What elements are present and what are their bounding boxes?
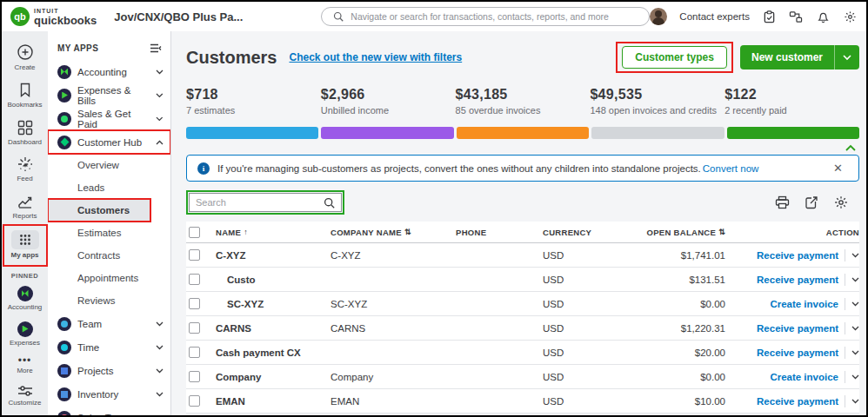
- new-customer-button[interactable]: New customer: [740, 45, 834, 70]
- customer-search[interactable]: [189, 193, 342, 212]
- table-row[interactable]: Company Company USD $0.00 Create invoice: [186, 365, 859, 389]
- new-view-link[interactable]: Check out the new view with filters: [289, 51, 462, 63]
- rail-item-my-apps[interactable]: My apps: [4, 226, 46, 265]
- sidebar-item-expenses-bills[interactable]: Expenses & Bills: [48, 83, 170, 107]
- contact-experts-link[interactable]: Contact experts: [679, 11, 750, 22]
- tasks-clipboard-icon[interactable]: [762, 10, 777, 24]
- convert-now-link[interactable]: Convert now: [703, 163, 759, 174]
- sidebar-item-inventory[interactable]: Inventory: [48, 382, 170, 406]
- sidebar-item-estimates[interactable]: Estimates: [48, 222, 170, 244]
- sidebar-item-contracts[interactable]: Contracts: [48, 244, 170, 267]
- quickbooks-logo[interactable]: qb INTUIT quickbooks: [10, 7, 97, 26]
- select-all-checkbox[interactable]: [189, 227, 200, 238]
- row-checkbox[interactable]: [189, 395, 200, 407]
- collapse-stats-chevron-icon[interactable]: [845, 144, 856, 151]
- row-checkbox[interactable]: [189, 298, 200, 309]
- bar-segment-unbilled[interactable]: [321, 127, 453, 139]
- search-icon: [324, 197, 335, 208]
- row-action-link[interactable]: Create invoice: [770, 372, 838, 382]
- page-title: Customers: [186, 48, 277, 68]
- rail-item-create[interactable]: Create: [4, 38, 46, 77]
- col-name[interactable]: NAME↑: [216, 228, 331, 237]
- sidebar-item-team[interactable]: Team: [48, 312, 170, 335]
- rail-item-dashboard[interactable]: Dashboard: [4, 115, 46, 152]
- sidebar-item-sales-get-paid[interactable]: Sales & Get Paid: [48, 107, 170, 130]
- row-action-chevron-icon[interactable]: [851, 399, 859, 404]
- rail-item-feed[interactable]: Feed: [4, 151, 46, 189]
- row-checkbox[interactable]: [189, 249, 200, 261]
- row-action-chevron-icon[interactable]: [851, 301, 859, 307]
- rail-pinned-accounting[interactable]: Accounting: [4, 281, 46, 317]
- stat-recently-paid[interactable]: $122 2 recently paid: [724, 87, 859, 116]
- sidebar-item-projects[interactable]: Projects: [48, 359, 170, 382]
- table-settings-gear-icon[interactable]: [833, 195, 849, 210]
- rail-pinned-expenses[interactable]: Expenses: [4, 317, 46, 353]
- pinned-label: PINNED: [11, 272, 38, 280]
- table-row[interactable]: C-XYZ C-XYZ USD $1,741.01 Receive paymen…: [186, 243, 859, 268]
- row-action-chevron-icon[interactable]: [851, 326, 859, 331]
- org-apps-icon[interactable]: [789, 10, 804, 24]
- row-action-chevron-icon[interactable]: [851, 350, 859, 355]
- stat-estimates[interactable]: $718 7 estimates: [186, 87, 321, 116]
- bar-segment-paid[interactable]: [727, 127, 859, 139]
- row-action-link[interactable]: Create invoice: [770, 299, 838, 309]
- sidebar-item-sales-tax[interactable]: Sales Tax: [48, 406, 170, 415]
- customer-types-button[interactable]: Customer types: [622, 46, 727, 69]
- chevron-down-icon: [156, 368, 164, 374]
- stat-open-invoices[interactable]: $49,535 148 open invoices and credits: [590, 87, 724, 116]
- col-company-name[interactable]: COMPANY NAME⇅: [331, 228, 456, 237]
- chevron-down-icon: [156, 415, 164, 416]
- row-action-link[interactable]: Receive payment: [757, 348, 838, 358]
- sidebar-item-accounting[interactable]: Accounting: [48, 60, 170, 83]
- row-checkbox[interactable]: [189, 274, 200, 285]
- row-action-chevron-icon[interactable]: [851, 253, 859, 258]
- expert-avatar: [650, 8, 667, 25]
- rail-item-reports[interactable]: Reports: [4, 189, 46, 226]
- row-action-link[interactable]: Receive payment: [757, 275, 838, 285]
- settings-gear-icon[interactable]: [843, 10, 858, 24]
- table-row[interactable]: CARNS CARNS USD $1,220.31 Receive paymen…: [186, 316, 859, 341]
- row-checkbox[interactable]: [189, 347, 200, 358]
- chevron-down-icon: [156, 392, 164, 397]
- table-row[interactable]: EMAN EMAN USD $10.00 Receive payment: [186, 389, 859, 414]
- sidebar-item-overview[interactable]: Overview: [48, 154, 170, 176]
- rail-pinned-more[interactable]: ••• More: [4, 352, 46, 381]
- sidebar-item-leads[interactable]: Leads: [48, 176, 170, 199]
- table-row[interactable]: Custo USD $131.51 Receive payment: [186, 268, 859, 292]
- row-action-link[interactable]: Receive payment: [757, 323, 838, 334]
- print-icon[interactable]: [774, 195, 790, 210]
- banner-close-icon[interactable]: ✕: [828, 160, 848, 176]
- projects-app-icon: [57, 364, 71, 378]
- bar-segment-estimates[interactable]: [186, 127, 318, 139]
- sidebar-item-customers[interactable]: Customers: [48, 199, 150, 222]
- company-name[interactable]: Jov/CNX/QBO Plus Pa...: [114, 10, 243, 23]
- new-customer-dropdown-button[interactable]: [834, 45, 859, 70]
- row-checkbox[interactable]: [189, 371, 200, 382]
- rail-pinned-customize[interactable]: Customize: [4, 381, 46, 413]
- row-action-link[interactable]: Receive payment: [757, 250, 838, 261]
- global-search[interactable]: [321, 7, 650, 26]
- global-search-input[interactable]: [351, 11, 640, 22]
- row-action-chevron-icon[interactable]: [851, 277, 859, 282]
- sidebar-item-time[interactable]: Time: [48, 335, 170, 359]
- notifications-bell-icon[interactable]: [816, 10, 831, 24]
- stat-unbilled-income[interactable]: $2,966 Unbilled income: [321, 87, 456, 116]
- stat-overdue-invoices[interactable]: $43,185 85 overdue invoices: [456, 87, 591, 116]
- row-action-link[interactable]: Receive payment: [757, 396, 838, 407]
- banner-text: If you're managing sub-customers as proj…: [217, 163, 758, 174]
- sidebar-item-appointments[interactable]: Appointments: [48, 267, 170, 289]
- customer-search-input[interactable]: [196, 197, 324, 208]
- collapse-sidebar-icon[interactable]: [150, 43, 162, 53]
- bar-segment-open[interactable]: [591, 127, 724, 139]
- sidebar-item-customer-hub[interactable]: Customer Hub: [48, 130, 170, 154]
- sidebar-item-reviews[interactable]: Reviews: [48, 289, 170, 312]
- rail-item-bookmarks[interactable]: Bookmarks: [4, 77, 46, 115]
- bar-segment-overdue[interactable]: [457, 127, 589, 139]
- row-action-chevron-icon[interactable]: [851, 374, 859, 380]
- table-row[interactable]: Cash payment CX USD $20.00 Receive payme…: [186, 341, 859, 365]
- table-row[interactable]: SC-XYZ SC-XYZ USD $0.00 Create invoice: [186, 292, 859, 316]
- export-icon[interactable]: [804, 195, 819, 210]
- row-checkbox[interactable]: [189, 322, 200, 334]
- col-open-balance[interactable]: OPEN BALANCE⇅: [635, 228, 725, 237]
- accounting-app-icon: [17, 286, 33, 301]
